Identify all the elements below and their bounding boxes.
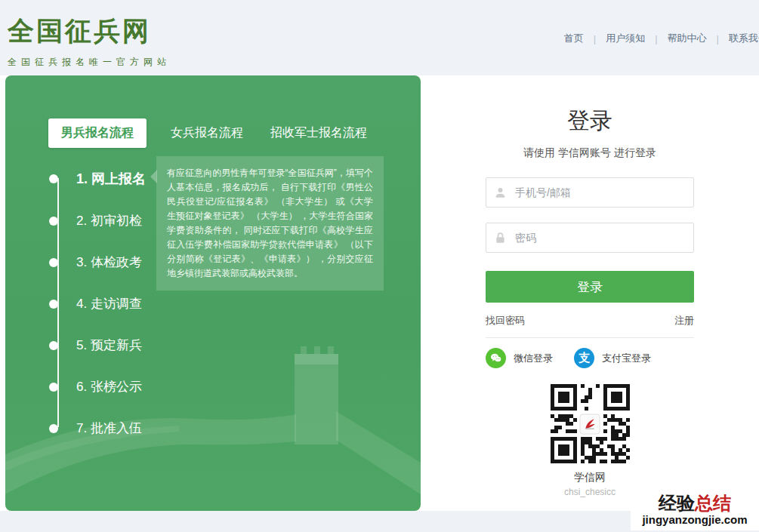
login-button[interactable]: 登录 xyxy=(486,271,694,303)
watermark-title: 经验总结 xyxy=(634,494,756,513)
login-panel: 登录 请使用 学信网账号 进行登录 登录 找回密码 注册 xyxy=(486,75,694,497)
qr-block: 学信网 chsi_chesicc xyxy=(486,384,694,497)
timeline-dot xyxy=(49,341,58,350)
timeline-dot xyxy=(49,300,58,309)
process-tabs: 男兵报名流程 女兵报名流程 招收军士报名流程 xyxy=(48,118,370,148)
tab-male-enlistment[interactable]: 男兵报名流程 xyxy=(48,118,147,148)
main-content: 男兵报名流程 女兵报名流程 招收军士报名流程 1. 网上报名 2. 初审初检 3… xyxy=(0,75,759,511)
tab-nco-recruitment[interactable]: 招收军士报名流程 xyxy=(267,118,370,148)
step-label: 4. 走访调查 xyxy=(76,295,142,312)
timeline-dot xyxy=(49,383,58,392)
lock-icon xyxy=(494,232,507,244)
step-public-notice: 6. 张榜公示 xyxy=(49,378,142,395)
tab-female-enlistment[interactable]: 女兵报名流程 xyxy=(168,118,246,148)
tooltip-text: 有应征意向的男性青年可登录“全国征兵网”，填写个人基本信息，报名成功后， 自行下… xyxy=(167,168,373,278)
login-subtitle: 请使用 学信网账号 进行登录 xyxy=(486,146,694,160)
step-home-visit: 4. 走访调查 xyxy=(49,295,142,312)
site-logo[interactable]: 全国征兵网 全国征兵报名唯一官方网站 xyxy=(8,14,171,69)
top-nav: 首页 | 用户须知 | 帮助中心 | 联系我们 xyxy=(564,32,759,45)
nav-contact-us[interactable]: 联系我们 xyxy=(729,32,759,45)
nav-user-notice[interactable]: 用户须知 xyxy=(606,32,645,45)
tooltip-arrow-icon xyxy=(150,170,157,183)
watermark-title-black: 经验 xyxy=(659,493,695,514)
qr-code xyxy=(551,384,630,463)
alipay-icon: 支 xyxy=(574,348,594,368)
step1-tooltip: 有应征意向的男性青年可登录“全国征兵网”，填写个人基本信息，报名成功后， 自行下… xyxy=(156,156,384,291)
password-input[interactable] xyxy=(486,223,694,253)
step-initial-review: 2. 初审初检 xyxy=(49,212,142,229)
chsi-logo xyxy=(580,414,600,434)
qr-title: 学信网 xyxy=(486,471,694,484)
nav-home[interactable]: 首页 xyxy=(564,32,584,45)
login-title: 登录 xyxy=(486,106,694,137)
step-pre-assignment: 5. 预定新兵 xyxy=(49,337,142,354)
account-input[interactable] xyxy=(486,177,694,208)
step-approval: 7. 批准入伍 xyxy=(49,420,142,437)
step-online-registration: 1. 网上报名 xyxy=(49,170,146,188)
login-links: 找回密码 注册 xyxy=(486,314,694,328)
step-label: 1. 网上报名 xyxy=(76,170,146,188)
forgot-password-link[interactable]: 找回密码 xyxy=(486,314,525,328)
nav-separator: | xyxy=(707,33,729,45)
divider xyxy=(486,337,694,338)
step-label: 2. 初审初检 xyxy=(76,212,142,229)
great-wall-art xyxy=(5,284,421,511)
alipay-login-label: 支付宝登录 xyxy=(602,352,651,365)
watermark: 经验总结 jingyanzongjie.com xyxy=(631,491,759,530)
nav-separator: | xyxy=(584,33,606,45)
account-field-wrap xyxy=(486,177,694,208)
wechat-login-button[interactable]: 微信登录 xyxy=(486,348,553,368)
logo-subtitle: 全国征兵报名唯一官方网站 xyxy=(8,56,171,69)
alipay-login-button[interactable]: 支 支付宝登录 xyxy=(574,348,651,368)
wechat-login-label: 微信登录 xyxy=(514,352,553,365)
watermark-title-red: 总结 xyxy=(695,493,731,514)
step-physical-exam: 3. 体检政考 xyxy=(49,254,142,271)
register-link[interactable]: 注册 xyxy=(674,314,694,328)
user-icon xyxy=(494,186,507,199)
step-label: 3. 体检政考 xyxy=(76,254,142,271)
nav-separator: | xyxy=(645,33,667,45)
wechat-icon xyxy=(486,348,506,368)
nav-help-center[interactable]: 帮助中心 xyxy=(668,32,707,45)
process-panel: 男兵报名流程 女兵报名流程 招收军士报名流程 1. 网上报名 2. 初审初检 3… xyxy=(5,75,421,511)
password-field-wrap xyxy=(486,223,694,253)
timeline-dot xyxy=(49,424,58,433)
watermark-domain: jingyanzongjie.com xyxy=(634,513,756,526)
step-label: 5. 预定新兵 xyxy=(76,337,142,354)
header: 全国征兵网 全国征兵报名唯一官方网站 首页 | 用户须知 | 帮助中心 | 联系… xyxy=(0,0,759,75)
step-label: 6. 张榜公示 xyxy=(76,378,142,395)
social-login-row: 微信登录 支 支付宝登录 xyxy=(486,348,694,368)
page: 全国征兵网 全国征兵报名唯一官方网站 首页 | 用户须知 | 帮助中心 | 联系… xyxy=(0,0,759,532)
timeline-dot xyxy=(49,174,58,183)
timeline-dot xyxy=(49,217,58,226)
logo-title: 全国征兵网 xyxy=(8,14,171,49)
step-label: 7. 批准入伍 xyxy=(76,420,142,437)
timeline-dot xyxy=(49,258,58,267)
